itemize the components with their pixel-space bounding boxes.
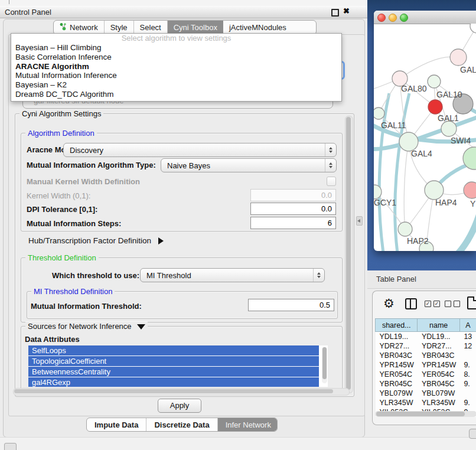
mac-close-icon[interactable] — [377, 14, 386, 22]
network-node[interactable] — [398, 222, 412, 236]
hub-definition-toggle[interactable]: Hub/Transcription Factor Definition — [28, 236, 164, 245]
column-header[interactable]: A — [459, 319, 476, 332]
tab-label: Discretize Data — [154, 420, 209, 429]
table-cell: YBL079W — [376, 389, 418, 398]
which-threshold-value: MI Threshold — [141, 271, 313, 280]
network-window[interactable]: GALGAL80GAL10GAL1GAL11GAL4SWI4GCY1HAP4YH… — [374, 11, 476, 251]
close-icon[interactable]: ✖ — [343, 6, 350, 15]
tab-network[interactable]: Network — [54, 21, 105, 34]
popup-item[interactable]: ARACNE Algorithm — [11, 62, 341, 71]
tab-style[interactable]: Style — [105, 21, 134, 34]
tab-select[interactable]: Select — [134, 21, 168, 34]
mac-minimize-icon[interactable] — [389, 14, 397, 22]
popup-item[interactable]: Bayesian – K2 — [11, 80, 341, 90]
network-edge[interactable] — [400, 57, 458, 79]
table-row[interactable]: YBL079WYBL079W — [376, 389, 476, 398]
popup-item[interactable]: Dream8 DC_TDC Algorithm — [11, 90, 341, 99]
network-node[interactable] — [470, 24, 476, 33]
network-canvas[interactable]: GALGAL80GAL10GAL1GAL11GAL4SWI4GCY1HAP4YH… — [374, 24, 476, 251]
group-title: MI Threshold Definition — [31, 287, 115, 296]
network-node[interactable] — [374, 107, 384, 119]
network-node[interactable] — [464, 182, 476, 198]
popup-item[interactable]: Bayesian – Hill Climbing — [11, 43, 341, 53]
attribute-item-selected[interactable]: SelfLoops — [28, 345, 319, 356]
checkbox-unchecked-icon[interactable] — [445, 301, 451, 307]
tab-discretize-data[interactable]: Discretize Data — [146, 418, 217, 431]
checkbox-unchecked-icon[interactable] — [454, 301, 460, 307]
corner-widget-icon[interactable] — [4, 443, 17, 450]
table-cell: YDL19... — [376, 332, 418, 342]
table-cell: YBR045C — [376, 379, 418, 389]
network-node[interactable] — [428, 75, 441, 88]
table-row[interactable]: YLR345WYLR345W9. — [376, 398, 476, 407]
table-row[interactable]: YPR145WYPR145W9. — [376, 360, 476, 370]
sources-title: Sources for Network Inference — [28, 322, 132, 331]
table-cell: YPR145W — [376, 360, 418, 370]
network-icon — [60, 22, 67, 32]
sources-toggle[interactable]: Sources for Network Inference — [25, 322, 148, 331]
settings-horizontal-scrollbar[interactable] — [13, 388, 350, 396]
table-row[interactable]: YBR043CYBR043C — [376, 351, 476, 360]
columns-icon[interactable] — [405, 298, 417, 309]
table-cell: YBR043C — [418, 351, 459, 360]
which-threshold-select[interactable]: MI Threshold — [140, 268, 325, 282]
tab-label: Infer Network — [226, 420, 271, 429]
bottom-strip — [0, 437, 476, 450]
aracne-mode-select[interactable]: Discovery — [63, 143, 337, 157]
table-row[interactable]: YER054CYER054C8. — [376, 370, 476, 379]
tab-impute-data[interactable]: Impute Data — [87, 418, 146, 431]
mi-threshold-label: Mutual Information Threshold: — [31, 302, 142, 311]
network-window-titlebar[interactable] — [374, 11, 476, 24]
table-row[interactable]: YBR045CYBR045C9. — [376, 379, 476, 389]
network-node-label: GCY1 — [374, 198, 396, 207]
float-window-icon[interactable] — [331, 9, 339, 17]
gear-icon[interactable]: ⚙ — [383, 296, 395, 311]
attribute-item-selected[interactable]: gal4RGexp — [28, 377, 319, 387]
mi-steps-field[interactable] — [250, 217, 336, 229]
table-cell: YDR27... — [418, 341, 459, 351]
table-cell: 9. — [459, 398, 476, 407]
network-edge[interactable] — [404, 142, 409, 229]
network-node-label: HAP4 — [435, 198, 457, 207]
table-cell: 12 — [459, 341, 476, 351]
mi-type-select[interactable]: Naive Bayes — [161, 158, 337, 172]
tab-cyni-toolbox[interactable]: Cyni Toolbox — [168, 21, 223, 34]
checkbox-checked-icon[interactable]: ✓ — [433, 301, 440, 307]
node-table[interactable]: shared...nameA YDL19...YDL19...13YDR27..… — [375, 318, 476, 417]
stepper-arrows-icon — [325, 144, 336, 156]
column-header[interactable]: name — [418, 319, 459, 332]
table-cell — [459, 389, 476, 398]
network-node[interactable] — [450, 49, 467, 66]
network-node-label: GAL80 — [401, 84, 427, 93]
table-horizontal-scrollbar[interactable] — [375, 411, 476, 417]
document-icon[interactable] — [467, 296, 476, 309]
settings-vertical-scrollbar[interactable] — [345, 116, 353, 393]
dpi-tolerance-field[interactable] — [250, 203, 336, 215]
network-node[interactable] — [425, 181, 444, 200]
checkbox-checked-icon[interactable]: ✓ — [425, 301, 431, 307]
group-title: Cyni Algorithm Settings — [19, 109, 103, 118]
apply-button[interactable]: Apply — [158, 399, 201, 413]
mac-zoom-icon[interactable] — [400, 14, 408, 22]
kernel-width-field[interactable] — [250, 189, 336, 201]
column-header[interactable]: shared... — [376, 319, 418, 332]
mi-threshold-field[interactable] — [248, 299, 334, 311]
attribute-item-selected[interactable]: TopologicalCoefficient — [28, 356, 319, 366]
network-node[interactable] — [441, 121, 457, 136]
table-row[interactable]: YDR27...YDR27...12 — [376, 341, 476, 351]
attribute-item-selected[interactable]: BetweennessCentrality — [28, 367, 319, 377]
table-row[interactable]: YDL19...YDL19...13 — [376, 332, 476, 342]
panel-collapse-handle[interactable] — [356, 216, 363, 226]
data-attributes-list[interactable]: SelfLoopsTopologicalCoefficientBetweenne… — [28, 345, 328, 387]
table-cell: 9. — [459, 379, 476, 389]
table-cell — [459, 351, 476, 360]
tab-infer-network[interactable]: Infer Network — [218, 418, 278, 431]
network-node[interactable] — [428, 100, 442, 114]
popup-item[interactable]: Basic Correlation Inference — [11, 53, 341, 62]
collapse-down-icon — [137, 324, 145, 330]
tab-jactivemnodules[interactable]: jActiveMNodules — [223, 21, 292, 34]
tab-label: Impute Data — [94, 420, 138, 429]
popup-item[interactable]: Mutual Information Inference — [11, 71, 341, 80]
list-scrollbar[interactable] — [322, 347, 327, 383]
manual-kernel-checkbox[interactable] — [327, 177, 336, 186]
